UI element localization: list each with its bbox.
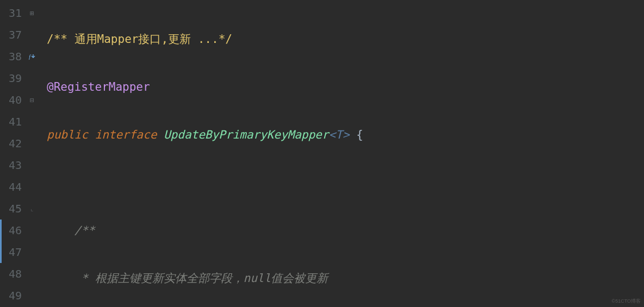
line-number: 49 (0, 289, 22, 302)
doc-comment: /** (75, 224, 95, 237)
line-number: 45 (0, 202, 22, 215)
line-number: 42 (0, 137, 22, 150)
fold-collapsed-icon[interactable]: ⊞ (30, 10, 34, 17)
line-number: 38 (0, 50, 22, 63)
code-content[interactable]: /** 通用Mapper接口,更新 ...*/ @RegisterMapper … (42, 0, 644, 307)
doc-null: null (244, 272, 271, 285)
generic-param: <T> (329, 128, 349, 141)
code-line[interactable]: /** 通用Mapper接口,更新 ...*/ (47, 28, 644, 50)
current-line-indicator (0, 241, 2, 263)
code-editor[interactable]: 31⊞ 37 38 f 39 40⊟ 41 42 43 44 45⌞ 46 47… (0, 0, 644, 307)
doc-comment: /** 通用Mapper接口,更新 ...*/ (47, 33, 232, 46)
keyword: public (47, 128, 88, 141)
code-line[interactable] (47, 172, 644, 193)
gutter: 31⊞ 37 38 f 39 40⊟ 41 42 43 44 45⌞ 46 47… (0, 0, 42, 307)
code-line[interactable]: @RegisterMapper (47, 76, 644, 98)
line-number: 37 (0, 28, 22, 41)
line-number: 39 (0, 72, 22, 85)
svg-text:f: f (29, 53, 32, 60)
line-number: 44 (0, 180, 22, 193)
doc-comment: 值会被更新 (271, 272, 328, 285)
line-number: 43 (0, 159, 22, 172)
code-line[interactable]: public interface UpdateByPrimaryKeyMappe… (47, 124, 644, 146)
line-number: 47 (0, 246, 22, 259)
watermark: ©51CTO博客 (612, 298, 641, 305)
fold-close-icon[interactable]: ⌞ (30, 206, 34, 212)
line-number: 31 (0, 7, 22, 20)
type-name: UpdateByPrimaryKeyMapper (164, 128, 329, 141)
doc-comment: * 根据主键更新实体全部字段， (75, 272, 244, 285)
line-number: 48 (0, 267, 22, 280)
line-number: 40 (0, 93, 22, 106)
code-line[interactable]: /** (47, 220, 644, 241)
implements-icon[interactable]: f (28, 52, 36, 61)
line-number: 41 (0, 115, 22, 128)
annotation: @RegisterMapper (47, 80, 150, 93)
current-line-indicator (0, 220, 2, 241)
code-line[interactable]: * 根据主键更新实体全部字段，null值会被更新 (47, 267, 644, 289)
brace: { (349, 128, 363, 141)
line-number: 46 (0, 224, 22, 237)
fold-open-icon[interactable]: ⊟ (30, 97, 34, 104)
keyword: interface (95, 128, 157, 141)
